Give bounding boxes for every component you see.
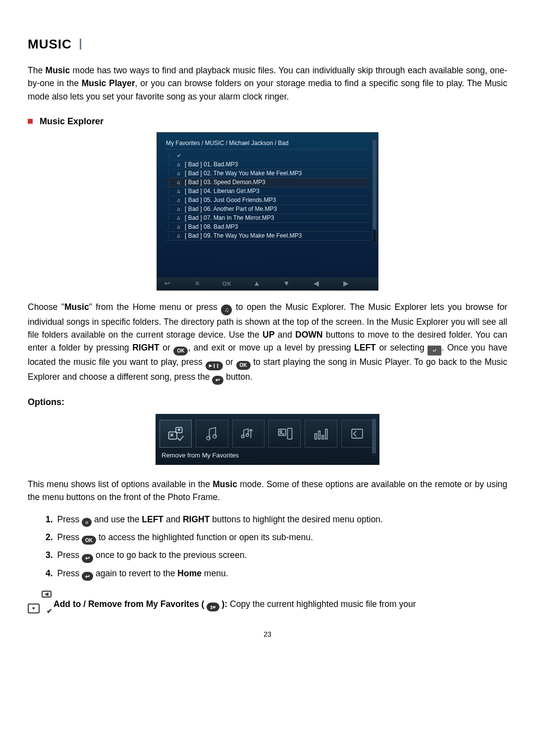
exit-button-icon: ↩: [212, 376, 223, 385]
option-remove-favorites[interactable]: [160, 420, 192, 448]
music-icon: [175, 196, 182, 204]
up-icon[interactable]: ▲: [253, 278, 262, 289]
menu-icon[interactable]: ≡: [193, 278, 202, 289]
page-title: MUSIC: [28, 35, 507, 54]
list-item[interactable]: ⋮[ Bad ] 06. Another Part of Me.MP3: [166, 205, 369, 214]
favorites-block: ◀ ♥ ✔ Add to / Remove from My Favorites …: [28, 598, 507, 614]
list-item-selected[interactable]: ⋮[ Bad ] 03. Speed Demon.MP3: [166, 178, 369, 187]
options-scrollbar-thumb[interactable]: [372, 419, 376, 454]
ok-button-icon: OK: [236, 361, 251, 370]
step-1: 1. Press ≡ and use the LEFT and RIGHT bu…: [46, 513, 507, 527]
play-pause-icon: [206, 361, 223, 370]
music-icon: [175, 214, 182, 222]
list-item[interactable]: ⋮[ Bad ] 07. Man In The Mirror.MP3: [166, 214, 369, 223]
music-icon: [175, 232, 182, 240]
explorer-bottom-bar: ↩ ≡ OK ▲ ▼ ◀ ▶: [157, 277, 378, 290]
ok-button-icon: OK: [173, 347, 188, 355]
music-explorer-screenshot: My Favorites / MUSIC / Michael Jackson /…: [157, 132, 378, 291]
back-icon: [175, 151, 182, 160]
svg-rect-12: [325, 429, 327, 439]
options-panel-screenshot: Remove from My Favorites: [156, 414, 379, 465]
back-row[interactable]: ⋮: [166, 151, 369, 160]
exit-button-icon: ↩: [82, 572, 93, 581]
music-icon: [175, 160, 182, 169]
file-list: ⋮ ⋮[ Bad ] 01. Bad.MP3 ⋮[ Bad ] 02. The …: [166, 151, 369, 241]
svg-rect-8: [287, 428, 292, 439]
svg-rect-10: [319, 431, 321, 439]
ok-button-icon: OK: [82, 536, 96, 545]
svg-point-3: [213, 434, 216, 438]
page-number: 23: [28, 629, 507, 640]
svg-rect-9: [315, 434, 317, 439]
svg-rect-11: [322, 435, 324, 439]
music-icon: [175, 205, 182, 213]
ok-label[interactable]: OK: [222, 280, 232, 288]
bullet-icon: [28, 119, 33, 124]
music-mode-icon: ♫: [221, 304, 232, 315]
svg-point-7: [280, 430, 282, 432]
check-icon: ✔: [47, 606, 53, 616]
music-icon: [175, 169, 182, 178]
right-icon[interactable]: ▶: [342, 278, 351, 289]
title-divider: [80, 39, 81, 50]
option-equalizer[interactable]: [305, 420, 337, 448]
intro-paragraph: The Music mode has two ways to find and …: [28, 64, 507, 103]
back-arrow-icon: ◀: [42, 591, 52, 598]
left-icon[interactable]: ◀: [312, 278, 321, 289]
music-icon: [175, 187, 182, 196]
list-item[interactable]: ⋮[ Bad ] 02. The Way You Make Me Feel.MP…: [166, 169, 369, 178]
list-item[interactable]: ⋮[ Bad ] 05. Just Good Friends.MP3: [166, 196, 369, 205]
body-paragraph: Choose "Music" from the Home menu or pre…: [28, 301, 507, 385]
options-intro-text: This menu shows list of options availabl…: [28, 478, 507, 504]
option-music-only[interactable]: [196, 420, 228, 448]
list-item[interactable]: ⋮[ Bad ] 08. Bad.MP3: [166, 223, 369, 232]
exit-icon[interactable]: ↩: [163, 278, 172, 289]
section-header-label: Music Explorer: [40, 115, 104, 128]
back-folder-icon: ⤶: [428, 346, 441, 355]
music-icon: [175, 223, 182, 231]
list-item[interactable]: ⋮[ Bad ] 09. The Way You Make Me Feel.MP…: [166, 232, 369, 241]
exit-button-icon: ↩: [82, 554, 93, 563]
menu-button-icon: ≡: [82, 518, 92, 527]
step-3: 3. Press ↩ once to go back to the previo…: [46, 549, 507, 562]
down-icon[interactable]: ▼: [282, 278, 291, 289]
scrollbar-thumb[interactable]: [373, 140, 376, 230]
svg-point-4: [242, 435, 244, 437]
title-text: MUSIC: [28, 37, 72, 51]
step-2: 2. Press OK to access the highlighted fu…: [46, 531, 507, 545]
option-select-source[interactable]: [341, 420, 374, 448]
breadcrumb: My Favorites / MUSIC / Michael Jackson /…: [166, 138, 369, 150]
steps-list: 1. Press ≡ and use the LEFT and RIGHT bu…: [28, 513, 507, 581]
list-item[interactable]: ⋮[ Bad ] 01. Bad.MP3: [166, 160, 369, 169]
section-music-explorer: Music Explorer: [28, 115, 507, 128]
option-slideshow-music[interactable]: [268, 420, 301, 448]
options-heading: Options:: [28, 396, 507, 409]
option-repeat[interactable]: [232, 420, 265, 448]
svg-point-5: [246, 434, 249, 436]
step-4: 4. Press ↩ again to revert to the Home m…: [46, 567, 507, 581]
options-selected-label: Remove from My Favorites: [159, 448, 376, 461]
heart-frame-icon: ♥: [28, 604, 40, 613]
favorites-compound-icon: ◀ ♥ ✔: [28, 595, 51, 614]
list-item[interactable]: ⋮[ Bad ] 04. Liberian Girl.MP3: [166, 187, 369, 196]
music-icon: [175, 178, 182, 187]
favorites-button-icon: ±♥: [207, 603, 219, 611]
